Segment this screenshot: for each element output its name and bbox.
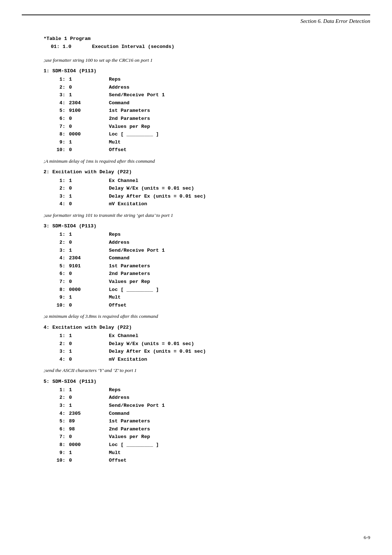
i1-p6-val: 0 [69,115,109,123]
i2-p3-val: 1 [69,193,109,200]
i5-p4: 4: 2305 Command [44,410,370,418]
i4-p4-val: 0 [69,356,109,364]
comment-3: ;use formatter string 101 to transmit th… [44,212,370,219]
i2-p3-num: 3: [44,193,69,200]
i3-p7-desc: Values per Rep [109,278,150,286]
i4-p3-desc: Delay After Ex (units = 0.01 sec) [109,348,206,356]
instruction-2-main: 2: Excitation with Delay (P22) [44,168,370,177]
i5-p9: 9: 1 Mult [44,449,370,457]
instruction-3-main-text: 3: SDM-SIO4 (P113) [44,222,97,231]
instruction-1-main-text: 1: SDM-SIO4 (P113) [44,67,97,76]
i1-p7-val: 0 [69,123,109,131]
comment-1: ;use formatter string 100 to set up the … [44,57,370,64]
i5-p3-val: 1 [69,402,109,410]
i4-p4-desc: mV Excitation [109,356,147,364]
i3-p9: 9: 1 Mult [44,293,370,301]
i3-p6-num: 6: [44,270,69,278]
i5-p2-val: 0 [69,394,109,402]
i3-p9-num: 9: [44,293,69,301]
i2-p4: 4: 0 mV Excitation [44,200,370,208]
i2-p1-num: 1: [44,177,69,185]
i3-p10: 10: 0 Offset [44,301,370,309]
i3-p1-desc: Reps [109,231,121,239]
i2-p3: 3: 1 Delay After Ex (units = 0.01 sec) [44,193,370,200]
i1-p8: 8: 0000 Loc [ _________ ] [44,130,370,138]
page-container: Section 6. Data Error Detection *Table 1… [0,0,392,555]
comment-5: ;send the ASCII characters ‘Y’ and ‘Z’ t… [44,367,370,374]
i4-p3-num: 3: [44,348,69,356]
i1-p1: 1: 1 Reps [44,76,370,84]
i1-p5-desc: 1st Parameters [109,107,150,115]
i3-p7-num: 7: [44,278,69,286]
i1-p9: 9: 1 Mult [44,138,370,146]
i5-p6: 6: 98 2nd Parameters [44,425,370,433]
i5-p2-num: 2: [44,394,69,402]
i1-p5: 5: 9100 1st Parameters [44,107,370,115]
i5-p8-val: 0000 [69,441,109,449]
i1-p3-val: 1 [69,91,109,99]
i5-p9-desc: Mult [109,449,121,457]
instruction-4-main-text: 4: Excitation with Delay (P22) [44,323,132,332]
i1-p4-val: 2304 [69,99,109,107]
instruction-3-main: 3: SDM-SIO4 (P113) [44,222,370,231]
i1-p10-desc: Offset [109,146,127,154]
i1-p4-desc: Command [109,99,130,107]
execution-value: 01: 1.0 [51,44,72,49]
i1-p10: 10: 0 Offset [44,146,370,154]
i1-p5-num: 5: [44,107,69,115]
i1-p2-desc: Address [109,84,130,92]
i5-p2: 2: 0 Address [44,394,370,402]
i3-p6-desc: 2nd Parameters [109,270,150,278]
i1-p7-num: 7: [44,123,69,131]
instruction-2-main-text: 2: Excitation with Delay (P22) [44,168,132,177]
i3-p8: 8: 0000 Loc [ _________ ] [44,286,370,294]
i5-p4-val: 2305 [69,410,109,418]
i1-p4: 4: 2304 Command [44,99,370,107]
execution-interval: 01: 1.0 Execution Interval (seconds) [51,43,370,50]
i5-p4-num: 4: [44,410,69,418]
i5-p8-num: 8: [44,441,69,449]
i5-p1-num: 1: [44,386,69,394]
i3-p9-val: 1 [69,293,109,301]
i3-p10-desc: Offset [109,301,127,309]
i3-p6-val: 0 [69,270,109,278]
i5-p3: 3: 1 Send/Receive Port 1 [44,402,370,410]
i1-p7: 7: 0 Values per Rep [44,123,370,131]
instruction-block-5: 5: SDM-SIO4 (P113) 1: 1 Reps 2: 0 Addres… [44,377,370,465]
i5-p8: 8: 0000 Loc [ _________ ] [44,441,370,449]
i5-p3-desc: Send/Receive Port 1 [109,402,165,410]
i1-p1-num: 1: [44,76,69,84]
i3-p4-desc: Command [109,254,130,262]
i1-p10-num: 10: [44,146,69,154]
i1-p3-desc: Send/Receive Port 1 [109,91,165,99]
i5-p10-val: 0 [69,457,109,465]
instruction-block-3: 3: SDM-SIO4 (P113) 1: 1 Reps 2: 0 Addres… [44,222,370,309]
i1-p2-num: 2: [44,84,69,92]
execution-label: Execution Interval (seconds) [92,44,174,49]
i3-p8-desc: Loc [ _________ ] [109,286,159,294]
i1-p3-num: 3: [44,91,69,99]
i2-p2-num: 2: [44,185,69,193]
i2-p2-val: 0 [69,185,109,193]
i5-p5-desc: 1st Parameters [109,417,150,425]
i3-p2-num: 2: [44,239,69,247]
instruction-4-main: 4: Excitation with Delay (P22) [44,323,370,332]
i1-p9-desc: Mult [109,138,121,146]
i4-p1-num: 1: [44,332,69,340]
i3-p2: 2: 0 Address [44,239,370,247]
i4-p3: 3: 1 Delay After Ex (units = 0.01 sec) [44,348,370,356]
i2-p2-desc: Delay W/Ex (units = 0.01 sec) [109,185,194,193]
i1-p6-desc: 2nd Parameters [109,115,150,123]
i1-p5-val: 9100 [69,107,109,115]
i4-p2-val: 0 [69,340,109,348]
i5-p9-num: 9: [44,449,69,457]
i5-p6-val: 98 [69,425,109,433]
i3-p3-num: 3: [44,247,69,255]
i5-p1-val: 1 [69,386,109,394]
i3-p4: 4: 2304 Command [44,254,370,262]
instruction-block-4: 4: Excitation with Delay (P22) 1: 1 Ex C… [44,323,370,364]
i5-p8-desc: Loc [ _________ ] [109,441,159,449]
i5-p7-num: 7: [44,433,69,441]
i3-p8-val: 0000 [69,286,109,294]
i5-p5: 5: 89 1st Parameters [44,417,370,425]
